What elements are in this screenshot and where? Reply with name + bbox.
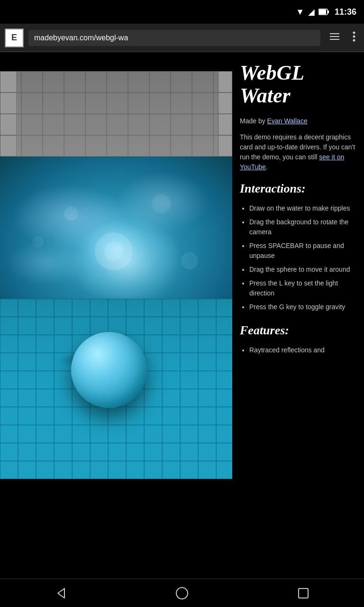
svg-point-28 [32,236,44,248]
interactions-list: Draw on the water to make ripples Drag t… [240,203,356,312]
browser-icon[interactable]: E [5,28,24,47]
pool-wall [0,71,232,166]
list-item: Press the G key to toggle gravity [249,302,356,312]
time-display: 11:36 [335,7,356,17]
features-heading: Features: [240,323,356,338]
svg-point-8 [353,39,355,41]
svg-point-29 [181,252,198,269]
svg-marker-36 [58,589,64,598]
made-by-prefix: Made by [240,117,267,125]
text-panel: WebGL Water Made by Evan Wallace This de… [232,52,364,579]
wifi-icon: ▼ [296,7,304,17]
list-item: Drag the sphere to move it around [249,265,356,275]
recent-button[interactable] [287,582,319,605]
list-item: Draw on the water to make ripples [249,203,356,213]
description-text: This demo requires a decent graphics car… [240,132,356,172]
home-button[interactable] [166,582,198,605]
webgl-canvas[interactable] [0,52,232,479]
water-surface [0,156,232,308]
bottom-nav [0,579,364,607]
features-list: Raytraced reflections and [240,345,356,355]
list-item: Press SPACEBAR to pause and unpause [249,241,356,261]
list-item: Drag the background to rotate the camera [249,217,356,237]
menu-icon[interactable] [349,28,359,48]
description-suffix: . [266,163,268,171]
page-title: WebGL Water [240,62,356,108]
tile-pattern [0,71,232,166]
battery-icon [318,9,329,15]
interactions-heading: Interactions: [240,182,356,196]
url-bar[interactable] [28,30,320,46]
status-bar: ▼ ◢ 11:36 [0,0,364,24]
scene-container [0,71,232,479]
svg-point-7 [353,35,355,37]
svg-rect-13 [0,71,232,166]
back-button[interactable] [45,582,77,605]
signal-icon: ◢ [308,7,315,17]
sphere[interactable] [71,332,147,408]
svg-point-26 [64,206,78,221]
svg-point-6 [353,31,355,34]
list-item: Raytraced reflections and [249,345,356,355]
author-link[interactable]: Evan Wallace [267,117,308,125]
made-by-line: Made by Evan Wallace [240,117,356,125]
tabs-icon[interactable] [325,28,344,48]
svg-rect-2 [328,10,329,13]
water-sparkles [0,156,232,308]
nav-bar: E [0,24,364,52]
svg-rect-38 [299,589,308,598]
svg-rect-1 [319,9,326,14]
main-content: WebGL Water Made by Evan Wallace This de… [0,52,364,579]
list-item: Press the L key to set the light directi… [249,278,356,298]
svg-point-25 [104,242,123,261]
webgl-panel[interactable] [0,52,232,579]
svg-point-37 [176,588,188,599]
svg-point-27 [152,194,171,213]
